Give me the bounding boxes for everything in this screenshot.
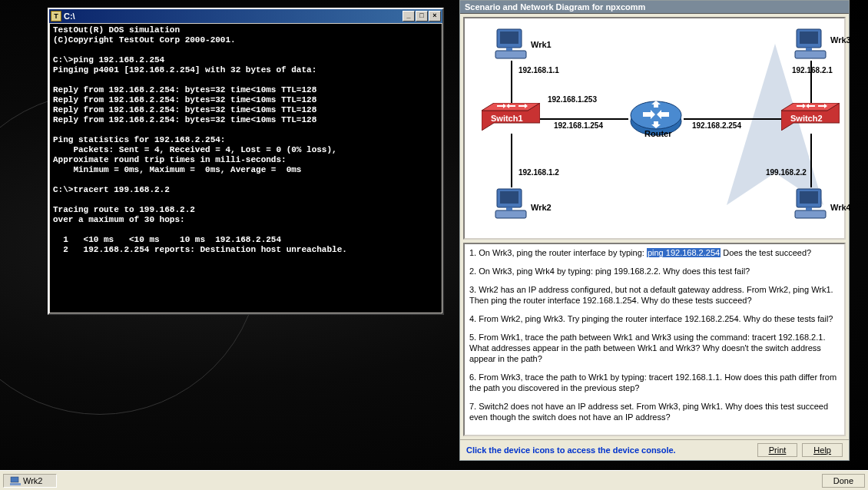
terminal-icon: T: [51, 11, 61, 22]
device-switch2[interactable]: Switch2: [781, 103, 840, 132]
network-diagram: Wrk1 192.168.1.1 Wrk3 192.168.2.1 Switch…: [463, 17, 846, 240]
device-wrk3[interactable]: [793, 28, 827, 61]
svg-rect-8: [806, 48, 812, 51]
scenario-footer: Click the device icons to access the dev…: [460, 439, 849, 460]
print-button[interactable]: Print: [757, 443, 798, 457]
help-button[interactable]: Help: [802, 443, 843, 457]
label-wrk1: Wrk1: [531, 40, 552, 49]
svg-rect-33: [11, 477, 18, 482]
label-wrk2: Wrk2: [531, 203, 552, 212]
svg-rect-30: [800, 191, 818, 204]
terminal-titlebar[interactable]: T C:\ _ □ ×: [49, 9, 442, 23]
question-1: 1. On Wrk3, ping the router interface by…: [469, 247, 840, 258]
question-4: 4. From Wrk2, ping Wrk3. Try pinging the…: [469, 313, 840, 324]
svg-rect-4: [506, 48, 512, 51]
device-switch1[interactable]: Switch1: [482, 103, 540, 132]
wire: [684, 118, 782, 120]
question-2: 2. On Wrk3, ping Wrk4 by typing: ping 19…: [469, 266, 840, 276]
label-wrk4: Wrk4: [830, 203, 851, 212]
taskbar: Wrk2 Done: [0, 470, 868, 490]
question-6: 6. From Wrk3, trace the path to Wrk1 by …: [469, 372, 840, 393]
device-wrk2[interactable]: [494, 187, 528, 221]
svg-rect-27: [495, 210, 526, 218]
scenario-panel: Scenario and Network Diagram for npxcomm…: [459, 0, 850, 461]
svg-rect-7: [795, 51, 826, 58]
done-button[interactable]: Done: [822, 474, 865, 488]
wire: [810, 134, 812, 187]
question-7: 7. Switch2 does not have an IP address s…: [469, 401, 840, 422]
svg-rect-26: [500, 191, 518, 204]
svg-rect-3: [495, 51, 526, 58]
question-3: 3. Wrk2 has an IP address configured, bu…: [469, 284, 840, 306]
wire: [511, 61, 512, 103]
device-wrk1[interactable]: [494, 28, 528, 61]
ip-wrk4: 199.168.2.2: [766, 168, 807, 177]
svg-rect-2: [500, 31, 518, 44]
question-5: 5. From Wrk1, trace the path between Wrk…: [469, 332, 840, 364]
terminal-output[interactable]: TestOut(R) DOS simulation (C)Copyright T…: [50, 24, 442, 313]
minimize-button[interactable]: _: [403, 11, 415, 22]
taskbar-item-wrk2[interactable]: Wrk2: [3, 474, 57, 488]
svg-rect-31: [795, 210, 826, 218]
ip-wrk2: 192.168.1.2: [518, 168, 559, 177]
ip-router-right: 192.168.2.254: [692, 121, 741, 130]
scenario-title: Scenario and Network Diagram for npxcomm: [460, 1, 849, 14]
label-router: Router: [644, 129, 671, 138]
svg-rect-28: [506, 207, 512, 210]
terminal-title: C:\: [64, 12, 403, 21]
instructions-panel[interactable]: 1. On Wrk3, ping the router interface by…: [463, 243, 846, 436]
ip-switch1-up: 192.168.1.253: [548, 95, 597, 104]
ip-wrk1: 192.168.1.1: [518, 66, 559, 74]
terminal-window: T C:\ _ □ × TestOut(R) DOS simulation (C…: [48, 8, 444, 315]
maximize-button[interactable]: □: [416, 11, 428, 22]
svg-rect-32: [806, 207, 812, 210]
close-button[interactable]: ×: [429, 11, 441, 22]
monitor-icon: [10, 476, 21, 485]
wire: [511, 134, 512, 187]
ip-router-left: 192.168.1.254: [554, 121, 603, 130]
footer-hint: Click the device icons to access the dev…: [466, 445, 753, 455]
wire: [538, 118, 628, 120]
device-wrk4[interactable]: [793, 187, 827, 221]
svg-rect-6: [800, 31, 818, 44]
svg-rect-34: [10, 483, 21, 485]
label-switch1: Switch1: [491, 114, 523, 123]
label-wrk3: Wrk3: [830, 35, 851, 45]
label-switch2: Switch2: [790, 114, 823, 123]
ip-wrk3: 192.168.2.1: [792, 66, 833, 74]
highlighted-command: ping 192.168.2.254: [647, 248, 721, 257]
taskbar-item-label: Wrk2: [23, 476, 42, 485]
